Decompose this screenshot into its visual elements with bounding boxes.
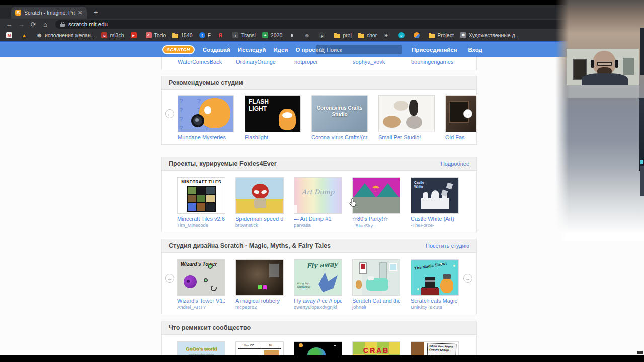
project-title-link[interactable]: Fly away // cc // open — [294, 298, 342, 304]
project-thumbnail[interactable] — [352, 259, 400, 296]
bookmark-item[interactable]: Project — [429, 32, 454, 38]
project-author-link[interactable]: johnelr — [352, 304, 400, 310]
bookmark-item[interactable] — [414, 32, 422, 38]
project-thumbnail[interactable]: The Magic Show! — [411, 259, 459, 296]
nav-ideas[interactable]: Идеи — [273, 47, 288, 53]
project-title-link[interactable]: Scratch cats Magic s — [411, 298, 459, 304]
project-author-link[interactable]: WaterComesBack — [178, 59, 222, 65]
scratch-logo[interactable]: SCRATCH — [162, 45, 195, 54]
project-author-link[interactable]: --BlueSky-- — [352, 223, 400, 228]
bookmark-item[interactable]: F — [199, 32, 211, 38]
project-author-link[interactable]: Andrei_ARTY — [177, 304, 225, 310]
project-author-link[interactable]: sophya_vovk — [353, 59, 385, 65]
project-title-link[interactable]: ☆80's Party!☆ — [352, 216, 400, 222]
drive-icon — [21, 32, 27, 38]
back-icon[interactable]: ← — [4, 21, 14, 28]
bookmark-item[interactable]: 1540 — [172, 32, 192, 38]
project-thumbnail[interactable]: Castle White — [411, 177, 459, 214]
project-author-link[interactable]: brownstick — [235, 222, 284, 228]
project-author-link[interactable]: Tim_Minecode — [177, 222, 225, 228]
new-tab-button[interactable]: + — [94, 8, 98, 16]
bookmark-item[interactable]: chor — [358, 32, 377, 38]
yandex-icon — [217, 32, 223, 38]
bookmark-item[interactable] — [398, 32, 407, 38]
project-author-link[interactable]: qwertyuiopaxdvgnjkl — [294, 304, 342, 310]
project-author-link[interactable]: mcpepro2 — [235, 304, 284, 310]
project-title-link[interactable]: Castle White (Art) — [411, 216, 459, 222]
person-icon — [304, 32, 310, 38]
bookmark-item[interactable] — [6, 32, 15, 38]
browser-tab[interactable]: S Scratch - Imagine, Program, Sha ✕ — [11, 7, 87, 19]
magnifier-art — [191, 114, 204, 127]
project-author-link[interactable]: -TheForce- — [411, 222, 459, 228]
studio-title-link[interactable]: Flashlight — [245, 134, 301, 140]
top-partial-row: WaterComesBack OrdinaryOrange notproper … — [161, 57, 477, 70]
bookmark-item[interactable]: ml3ch — [101, 32, 124, 38]
bookmark-item[interactable]: 2020 — [262, 32, 282, 38]
project-thumbnail[interactable]: MINECRAFT TILES — [177, 177, 225, 214]
tab-close-icon[interactable]: ✕ — [78, 10, 83, 16]
studio-title-link[interactable]: Corona-virus Crafts!(cra — [311, 134, 368, 140]
project-title-link[interactable]: Spiderman speed dra — [235, 216, 284, 222]
project-author-link[interactable]: parvatia — [294, 222, 342, 228]
studio-title-link[interactable]: Old Fas — [445, 134, 477, 140]
project-author-link[interactable]: notproper — [294, 59, 318, 65]
bookmark-item[interactable] — [319, 32, 328, 38]
bookmark-item[interactable]: исполнения желан... — [36, 32, 95, 38]
studio-thumbnail[interactable]: FLASH LIGHT — [245, 95, 301, 132]
forward-icon[interactable]: → — [16, 21, 26, 28]
bookmark-item[interactable]: Transl — [232, 32, 256, 38]
carousel-right-arrow[interactable]: → — [463, 274, 472, 283]
bookmark-item[interactable] — [289, 32, 297, 38]
bookmark-item[interactable]: Todo — [146, 32, 166, 38]
carousel-left-arrow[interactable]: ← — [165, 109, 174, 118]
thumb-art — [353, 197, 400, 213]
signin-link[interactable]: Вход — [468, 47, 482, 53]
join-link[interactable]: Присоединяйся — [412, 47, 457, 53]
nav-explore[interactable]: Исследуй — [238, 47, 266, 53]
project-author-link[interactable]: bouningengames — [411, 59, 453, 65]
studio-title-link[interactable]: Mundane Mysteries — [178, 134, 234, 140]
home-icon[interactable]: ⌂ — [40, 21, 50, 28]
headphone-art — [615, 60, 618, 68]
project-author-link[interactable]: OrdinaryOrange — [236, 59, 276, 65]
project-thumbnail[interactable]: Art Dump — [294, 177, 342, 214]
project-author-link[interactable]: UniKitty is cute — [411, 304, 459, 310]
project-thumbnail[interactable] — [235, 259, 284, 296]
studio-thumbnail[interactable] — [378, 95, 435, 132]
address-bar[interactable]: scratch.mit.edu ☆ — [55, 20, 640, 29]
project-title-link[interactable]: =- Art Dump #1 — [294, 216, 342, 222]
reload-icon[interactable]: ⟳ — [28, 21, 38, 28]
bookmark-item[interactable]: Художественные д... — [460, 32, 520, 38]
project-thumbnail[interactable]: Wizard's Tower — [177, 259, 225, 296]
search-input[interactable] — [327, 47, 387, 53]
project-thumbnail[interactable] — [235, 177, 284, 214]
carousel-left-arrow[interactable]: ← — [165, 274, 174, 283]
bookmark-item[interactable] — [217, 32, 226, 38]
project-title-link[interactable]: Minecraft Tiles v2.6 — [177, 216, 225, 222]
bookmark-item[interactable]: proj — [334, 32, 352, 38]
project-title-link[interactable]: A magical robbery — [235, 298, 284, 304]
bookmark-item[interactable] — [383, 32, 392, 38]
url-text[interactable]: scratch.mit.edu — [68, 21, 611, 27]
bookmark-item[interactable] — [304, 32, 312, 38]
studio-thumbnail[interactable]: Coronavirus Crafts Studio — [311, 95, 368, 132]
pet-art — [394, 101, 408, 111]
project-title-link[interactable]: Wizard's Tower V1.2. — [177, 298, 225, 304]
comic-panel-art: When Your Phone Doesn't Charge — [427, 343, 457, 356]
see-more-link[interactable]: Подробнее — [441, 161, 469, 167]
nav-create[interactable]: Создавай — [203, 47, 230, 53]
studio-title-link[interactable]: Small Pet Studio! — [378, 134, 435, 140]
globe-icon — [36, 32, 42, 38]
bookmark-item[interactable] — [131, 32, 139, 38]
project-thumbnail[interactable]: Fly away song by thefatrat — [294, 259, 342, 296]
studio-thumbnail[interactable]: ? ? ? ? ? ? ? ? ? — [178, 95, 234, 132]
project-thumbnail[interactable]: ☂ — [352, 177, 400, 214]
folder-icon — [429, 34, 435, 38]
search-box[interactable] — [316, 45, 403, 54]
section-title: Проекты, курируемые Foxies4Ever — [169, 160, 277, 167]
carousel-right-arrow[interactable]: → — [463, 109, 472, 118]
bookmark-item[interactable] — [21, 32, 30, 38]
project-title-link[interactable]: Scratch Cat and the — [352, 298, 400, 304]
visit-studio-link[interactable]: Посетить студию — [426, 243, 469, 249]
